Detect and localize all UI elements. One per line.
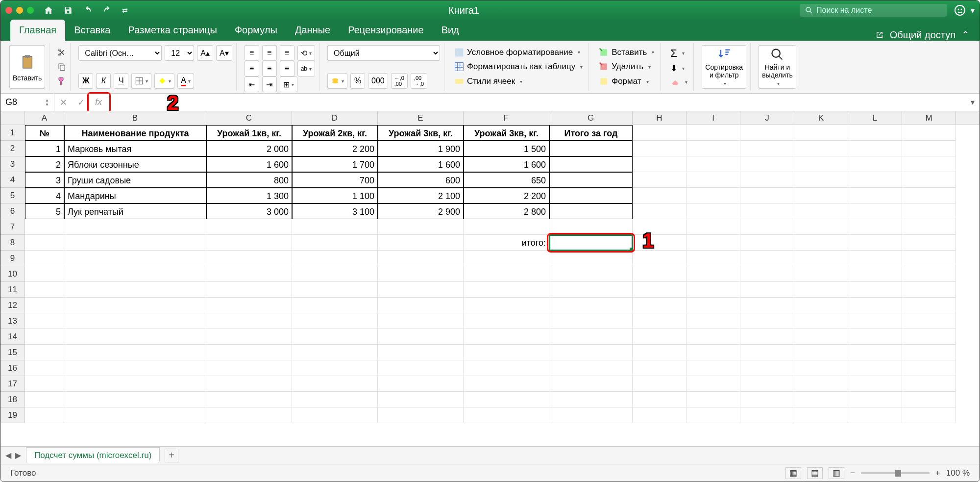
- column-header[interactable]: F: [464, 111, 549, 125]
- cell[interactable]: 1: [25, 141, 64, 156]
- cell[interactable]: [292, 251, 378, 266]
- cell[interactable]: [25, 392, 64, 407]
- cell[interactable]: [686, 360, 740, 376]
- format-as-table-button[interactable]: Форматировать как таблицу: [452, 61, 585, 73]
- cell[interactable]: [292, 360, 378, 376]
- cell[interactable]: [740, 360, 794, 376]
- cell[interactable]: [794, 266, 848, 282]
- row-header[interactable]: 4: [0, 172, 24, 188]
- page-break-view-button[interactable]: ▥: [829, 467, 844, 479]
- column-header[interactable]: I: [686, 111, 740, 125]
- increase-font-button[interactable]: A▴: [197, 45, 213, 61]
- cell[interactable]: [686, 125, 740, 141]
- align-middle-button[interactable]: ≡: [262, 45, 277, 61]
- cell[interactable]: [848, 360, 902, 376]
- align-left-button[interactable]: ≡: [245, 61, 259, 76]
- zoom-level[interactable]: 100 %: [946, 468, 970, 478]
- cell[interactable]: [794, 156, 848, 172]
- cell[interactable]: [848, 125, 902, 141]
- font-color-button[interactable]: A: [177, 73, 194, 89]
- cell[interactable]: [794, 392, 848, 407]
- cell[interactable]: [902, 345, 956, 360]
- cell[interactable]: [464, 251, 549, 266]
- align-center-button[interactable]: ≡: [262, 61, 277, 76]
- cell[interactable]: [902, 392, 956, 407]
- cancel-formula-button[interactable]: ✕: [54, 94, 72, 111]
- cell[interactable]: [794, 345, 848, 360]
- format-cells-button[interactable]: Формат: [597, 76, 656, 87]
- cell[interactable]: [378, 282, 464, 298]
- ribbon-tab-данные[interactable]: Данные: [286, 20, 339, 41]
- cell[interactable]: [633, 376, 686, 392]
- cell[interactable]: [206, 329, 292, 345]
- percent-button[interactable]: %: [350, 73, 365, 89]
- cell[interactable]: [464, 345, 549, 360]
- cell[interactable]: [64, 219, 206, 235]
- cell[interactable]: 1 300: [206, 188, 292, 203]
- cell[interactable]: [902, 188, 956, 203]
- cell[interactable]: [848, 392, 902, 407]
- cell[interactable]: [686, 156, 740, 172]
- cell[interactable]: [549, 188, 633, 203]
- increase-decimal-button[interactable]: ←,0,00: [391, 73, 408, 89]
- cell[interactable]: [633, 266, 686, 282]
- cell[interactable]: [378, 251, 464, 266]
- cell[interactable]: 700: [292, 172, 378, 188]
- cell[interactable]: [740, 313, 794, 329]
- cell[interactable]: [848, 141, 902, 156]
- cell[interactable]: [686, 141, 740, 156]
- cell[interactable]: [464, 392, 549, 407]
- cell[interactable]: [686, 376, 740, 392]
- cell[interactable]: [64, 329, 206, 345]
- cell[interactable]: [633, 360, 686, 376]
- column-header[interactable]: D: [292, 111, 378, 125]
- cell[interactable]: [848, 313, 902, 329]
- feedback-icon[interactable]: [954, 4, 966, 16]
- cell[interactable]: [206, 219, 292, 235]
- cell[interactable]: Лук репчатый: [64, 203, 206, 219]
- row-header[interactable]: 6: [0, 203, 24, 219]
- cell[interactable]: 1 900: [378, 141, 464, 156]
- cell[interactable]: [549, 219, 633, 235]
- cell[interactable]: [25, 360, 64, 376]
- minimize-window-button[interactable]: [16, 7, 23, 14]
- column-header[interactable]: K: [794, 111, 848, 125]
- merge-button[interactable]: ⊞: [280, 76, 297, 92]
- cut-icon[interactable]: [57, 48, 66, 57]
- cell[interactable]: 3: [25, 172, 64, 188]
- cell[interactable]: [64, 235, 206, 251]
- prev-sheet-button[interactable]: ◀: [5, 451, 11, 460]
- cell[interactable]: [292, 282, 378, 298]
- cell[interactable]: [633, 235, 686, 251]
- cell[interactable]: [686, 219, 740, 235]
- cell[interactable]: [686, 188, 740, 203]
- search-input[interactable]: Поиск на листе: [800, 4, 947, 17]
- add-sheet-button[interactable]: +: [165, 449, 178, 462]
- cell[interactable]: [206, 407, 292, 423]
- cell[interactable]: [848, 282, 902, 298]
- cell[interactable]: [464, 313, 549, 329]
- cell[interactable]: [848, 172, 902, 188]
- cell[interactable]: [740, 188, 794, 203]
- spreadsheet-grid[interactable]: ABCDEFGHIJKLM 12345678910111213141516171…: [0, 111, 980, 446]
- cell[interactable]: [902, 235, 956, 251]
- cell[interactable]: [848, 219, 902, 235]
- cell[interactable]: [686, 266, 740, 282]
- row-header[interactable]: 17: [0, 376, 24, 392]
- cell[interactable]: [464, 298, 549, 313]
- cell[interactable]: Урожай 3кв, кг.: [378, 125, 464, 141]
- cell[interactable]: [794, 251, 848, 266]
- cell[interactable]: [902, 313, 956, 329]
- row-header[interactable]: 16: [0, 360, 24, 376]
- cell[interactable]: [902, 329, 956, 345]
- close-window-button[interactable]: [5, 7, 12, 14]
- cell[interactable]: [549, 313, 633, 329]
- expand-formula-bar-icon[interactable]: ▾: [966, 98, 980, 107]
- cell[interactable]: [686, 392, 740, 407]
- cell[interactable]: Наименование продукта: [64, 125, 206, 141]
- cell[interactable]: Урожай 2кв, кг.: [292, 125, 378, 141]
- cell[interactable]: 2 800: [464, 203, 549, 219]
- cell[interactable]: [378, 298, 464, 313]
- cell[interactable]: [464, 407, 549, 423]
- ribbon-tab-вставка[interactable]: Вставка: [65, 20, 119, 41]
